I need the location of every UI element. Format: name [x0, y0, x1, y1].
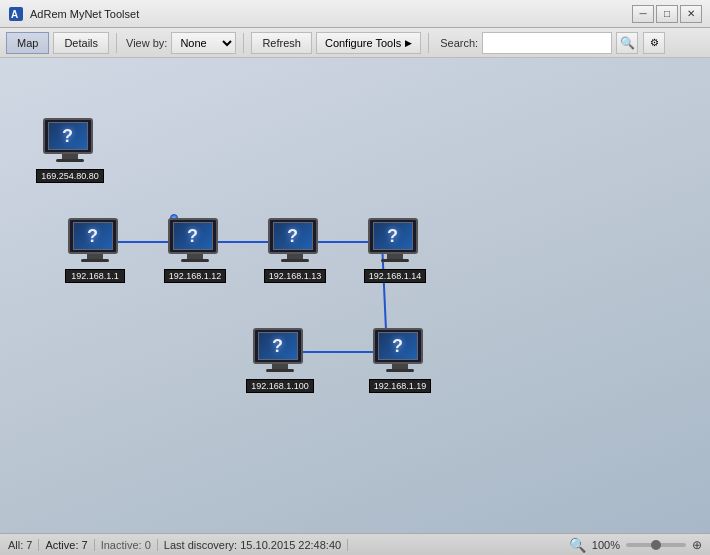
map-tab-button[interactable]: Map	[6, 32, 49, 54]
node-icon	[43, 118, 98, 166]
monitor-screen	[258, 332, 298, 360]
monitor-body	[68, 218, 118, 254]
monitor-screen	[173, 222, 213, 250]
monitor-base	[81, 259, 109, 262]
search-button[interactable]: 🔍	[616, 32, 638, 54]
monitor-base	[386, 369, 414, 372]
monitor-body	[368, 218, 418, 254]
search-label: Search:	[440, 37, 478, 49]
monitor-body	[373, 328, 423, 364]
minimize-button[interactable]: ─	[632, 5, 654, 23]
network-map[interactable]: 169.254.80.80 192.168.1.1 192.168.1.12	[0, 58, 710, 533]
title-bar: A AdRem MyNet Toolset ─ □ ✕	[0, 0, 710, 28]
configure-tools-button[interactable]: Configure Tools ▶	[316, 32, 421, 54]
status-bar: All: 7 Active: 7 Inactive: 0 Last discov…	[0, 533, 710, 555]
zoom-in-icon[interactable]: ⊕	[692, 538, 702, 552]
monitor-body	[268, 218, 318, 254]
close-button[interactable]: ✕	[680, 5, 702, 23]
app-title: AdRem MyNet Toolset	[30, 8, 139, 20]
zoom-slider[interactable]	[626, 543, 686, 547]
monitor-base	[381, 259, 409, 262]
node-ip-label: 192.168.1.14	[364, 269, 427, 283]
search-input[interactable]	[482, 32, 612, 54]
node-icon	[373, 328, 428, 376]
monitor-base	[266, 369, 294, 372]
node-ip-label: 192.168.1.13	[264, 269, 327, 283]
monitor-screen	[273, 222, 313, 250]
status-left: All: 7 Active: 7 Inactive: 0 Last discov…	[8, 539, 348, 551]
zoom-percent: 100%	[592, 539, 620, 551]
search-icon: 🔍	[620, 36, 635, 50]
viewby-select[interactable]: None Subnet OS	[171, 32, 236, 54]
node-ip-label: 192.168.1.19	[369, 379, 432, 393]
status-active: Active: 7	[39, 539, 94, 551]
monitor-base	[281, 259, 309, 262]
node-ip-label: 169.254.80.80	[36, 169, 104, 183]
zoom-slider-thumb	[651, 540, 661, 550]
search-extra-button[interactable]: ⚙	[643, 32, 665, 54]
node-icon	[168, 218, 223, 266]
network-node-n4[interactable]: 192.168.1.13	[255, 218, 335, 283]
status-all: All: 7	[8, 539, 39, 551]
node-ip-label: 192.168.1.100	[246, 379, 314, 393]
monitor-screen	[378, 332, 418, 360]
zoom-out-icon[interactable]: 🔍	[569, 537, 586, 553]
maximize-button[interactable]: □	[656, 5, 678, 23]
node-icon	[68, 218, 123, 266]
viewby-label: View by:	[126, 37, 167, 49]
toolbar: Map Details View by: None Subnet OS Refr…	[0, 28, 710, 58]
monitor-screen	[48, 122, 88, 150]
monitor-base	[181, 259, 209, 262]
node-ip-label: 192.168.1.1	[65, 269, 125, 283]
svg-text:A: A	[11, 9, 18, 20]
configure-tools-label: Configure Tools	[325, 37, 401, 49]
node-icon	[368, 218, 423, 266]
network-node-n2[interactable]: 192.168.1.1	[55, 218, 135, 283]
toolbar-separator-3	[428, 33, 429, 53]
network-node-n7[interactable]: 192.168.1.19	[360, 328, 440, 393]
status-discovery: Last discovery: 15.10.2015 22:48:40	[158, 539, 348, 551]
monitor-screen	[373, 222, 413, 250]
toolbar-separator-2	[243, 33, 244, 53]
network-node-n3[interactable]: 192.168.1.12	[155, 218, 235, 283]
monitor-body	[43, 118, 93, 154]
settings-icon: ⚙	[650, 37, 659, 48]
refresh-button[interactable]: Refresh	[251, 32, 312, 54]
monitor-body	[168, 218, 218, 254]
status-inactive: Inactive: 0	[95, 539, 158, 551]
configure-tools-arrow-icon: ▶	[405, 38, 412, 48]
app-icon: A	[8, 6, 24, 22]
window-controls: ─ □ ✕	[632, 5, 702, 23]
details-tab-button[interactable]: Details	[53, 32, 109, 54]
network-node-n1[interactable]: 169.254.80.80	[30, 118, 110, 183]
status-right: 🔍 100% ⊕	[569, 537, 702, 553]
network-node-n6[interactable]: 192.168.1.100	[240, 328, 320, 393]
node-ip-label: 192.168.1.12	[164, 269, 227, 283]
monitor-base	[56, 159, 84, 162]
node-icon	[253, 328, 308, 376]
toolbar-separator-1	[116, 33, 117, 53]
node-icon	[268, 218, 323, 266]
monitor-body	[253, 328, 303, 364]
title-left: A AdRem MyNet Toolset	[8, 6, 139, 22]
network-node-n5[interactable]: 192.168.1.14	[355, 218, 435, 283]
monitor-screen	[73, 222, 113, 250]
